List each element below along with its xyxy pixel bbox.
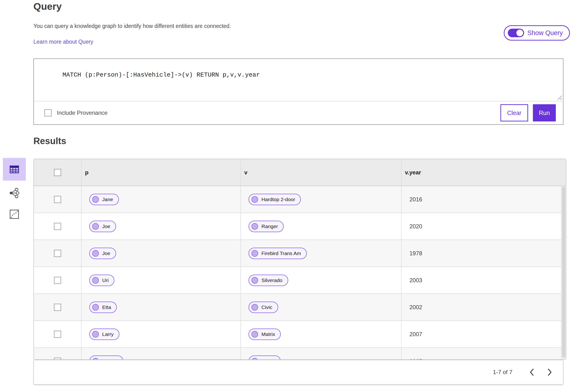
- vertical-scrollbar[interactable]: [561, 186, 566, 359]
- row-v-pill-label: Firebird Trans Am: [261, 251, 301, 256]
- row-checkbox[interactable]: [54, 358, 61, 360]
- node-icon: [92, 277, 99, 284]
- page-description: You can query a knowledge graph to ident…: [34, 23, 231, 29]
- row-checkbox[interactable]: [54, 250, 61, 257]
- node-icon: [251, 250, 258, 257]
- query-editor[interactable]: MATCH (p:Person)-[:HasVehicle]->(v) RETU…: [34, 59, 563, 102]
- row-year-value: 2016: [410, 196, 422, 203]
- vehicle-entity-pill[interactable]: Silverado: [249, 275, 288, 286]
- show-query-toggle[interactable]: Show Query: [504, 25, 570, 41]
- query-panel: MATCH (p:Person)-[:HasVehicle]->(v) RETU…: [34, 58, 563, 125]
- row-p-pill-label: Larry: [102, 331, 114, 337]
- vehicle-entity-pill[interactable]: Ranger: [249, 221, 284, 232]
- node-icon: [251, 223, 258, 230]
- person-entity-pill[interactable]: Jane: [89, 194, 119, 205]
- row-checkbox[interactable]: [54, 277, 61, 284]
- table-row: Joe Firebird Trans Am 1978: [34, 240, 566, 267]
- toggle-switch-icon[interactable]: [508, 29, 524, 37]
- row-checkbox[interactable]: [54, 304, 61, 311]
- pagination-range: 1-7 of 7: [493, 369, 512, 375]
- next-page-button[interactable]: [544, 367, 555, 377]
- row-year-value: 2003: [410, 277, 422, 284]
- person-entity-pill[interactable]: Etta: [89, 302, 117, 313]
- table-body: Jane Hardtop 2-door 2016 Joe Ranger 2020: [34, 186, 566, 360]
- view-table-button[interactable]: [3, 158, 26, 181]
- resize-grip-icon[interactable]: [557, 95, 562, 100]
- column-header-v[interactable]: v: [241, 159, 402, 186]
- knowledge-graph-query-page: Query You can query a knowledge graph to…: [0, 0, 573, 392]
- row-checkbox[interactable]: [54, 196, 61, 203]
- graph-view-icon: [9, 187, 20, 199]
- vehicle-entity-pill[interactable]: Firebird Trans Am: [249, 248, 307, 259]
- node-icon: [92, 358, 99, 360]
- table-header-row: p v v.year: [34, 159, 566, 186]
- node-icon: [251, 331, 258, 338]
- table-row: Etta Civic 2002: [34, 294, 566, 321]
- vehicle-entity-pill[interactable]: Civic: [249, 302, 278, 313]
- node-icon: [92, 304, 99, 311]
- scrollbar-thumb[interactable]: [562, 187, 565, 358]
- node-icon: [251, 196, 258, 203]
- node-icon: [251, 304, 258, 311]
- page-title: Query: [34, 1, 62, 12]
- person-entity-pill[interactable]: Joe: [89, 221, 116, 232]
- chevron-left-icon: [529, 368, 535, 376]
- row-p-pill-label: Etta: [102, 305, 111, 310]
- include-provenance-checkbox[interactable]: [44, 109, 52, 117]
- row-p-pill-label: Joe: [102, 223, 110, 229]
- vehicle-entity-pill[interactable]: Hardtop 2-door: [249, 194, 301, 205]
- column-header-p[interactable]: p: [82, 159, 241, 186]
- map-view-icon: [9, 209, 20, 220]
- table-row: Larry Matrix 2007: [34, 321, 566, 348]
- row-checkbox[interactable]: [54, 331, 61, 338]
- node-icon: [92, 250, 99, 257]
- person-entity-pill[interactable]: Joe: [89, 248, 116, 259]
- row-p-pill-label: Joe: [102, 251, 110, 256]
- row-year-value: 2020: [410, 223, 422, 230]
- learn-more-link[interactable]: Learn more about Query: [34, 39, 93, 45]
- row-checkbox[interactable]: [54, 223, 61, 230]
- row-v-pill-label: Hardtop 2-door: [261, 197, 295, 202]
- pagination-bar: 1-7 of 7: [34, 360, 563, 385]
- node-icon: [92, 196, 99, 203]
- node-icon: [251, 277, 258, 284]
- chevron-right-icon: [547, 368, 552, 376]
- vehicle-entity-pill[interactable]: Matrix: [249, 328, 281, 340]
- clear-button[interactable]: Clear: [501, 104, 528, 121]
- vehicle-entity-pill[interactable]: Matrix: [249, 356, 281, 360]
- select-all-checkbox[interactable]: [54, 169, 61, 176]
- query-controls: Include Provenance Clear Run: [34, 102, 563, 124]
- row-year-value: 2007: [410, 331, 422, 338]
- row-year-value: 1978: [410, 250, 422, 257]
- person-entity-pill[interactable]: Larry: [89, 328, 119, 340]
- node-icon: [92, 331, 99, 338]
- node-icon: [251, 358, 258, 360]
- row-p-pill-label: Uri: [102, 277, 109, 283]
- table-row: Uri Silverado 2003: [34, 267, 566, 294]
- show-query-label: Show Query: [527, 29, 563, 37]
- row-year-value: 2002: [410, 304, 422, 311]
- run-button[interactable]: Run: [533, 104, 556, 121]
- row-year-value: 2007: [410, 358, 422, 360]
- table-row: Joe Ranger 2020: [34, 213, 566, 240]
- row-v-pill-label: Ranger: [261, 223, 278, 229]
- query-text[interactable]: MATCH (p:Person)-[:HasVehicle]->(v) RETU…: [63, 71, 260, 79]
- toggle-knob: [517, 30, 523, 36]
- view-graph-button[interactable]: [3, 184, 26, 202]
- view-map-button[interactable]: [3, 205, 26, 223]
- results-table: p v v.year Jane Hardtop 2-door 2016 Joe: [34, 159, 566, 360]
- results-title: Results: [34, 136, 66, 146]
- prev-page-button[interactable]: [527, 367, 537, 377]
- row-v-pill-label: Silverado: [261, 277, 283, 283]
- node-icon: [92, 223, 99, 230]
- person-entity-pill[interactable]: Uri: [89, 275, 114, 286]
- table-row: Jane Hardtop 2-door 2016: [34, 186, 566, 213]
- table-view-icon: [8, 163, 20, 175]
- column-header-vyear[interactable]: v.year: [402, 159, 566, 186]
- person-entity-pill[interactable]: Lauren: [89, 356, 124, 360]
- results-view-rail: [3, 158, 26, 223]
- row-p-pill-label: Jane: [102, 197, 113, 202]
- include-provenance-label: Include Provenance: [57, 109, 107, 116]
- row-v-pill-label: Civic: [261, 305, 272, 310]
- row-v-pill-label: Matrix: [261, 331, 275, 337]
